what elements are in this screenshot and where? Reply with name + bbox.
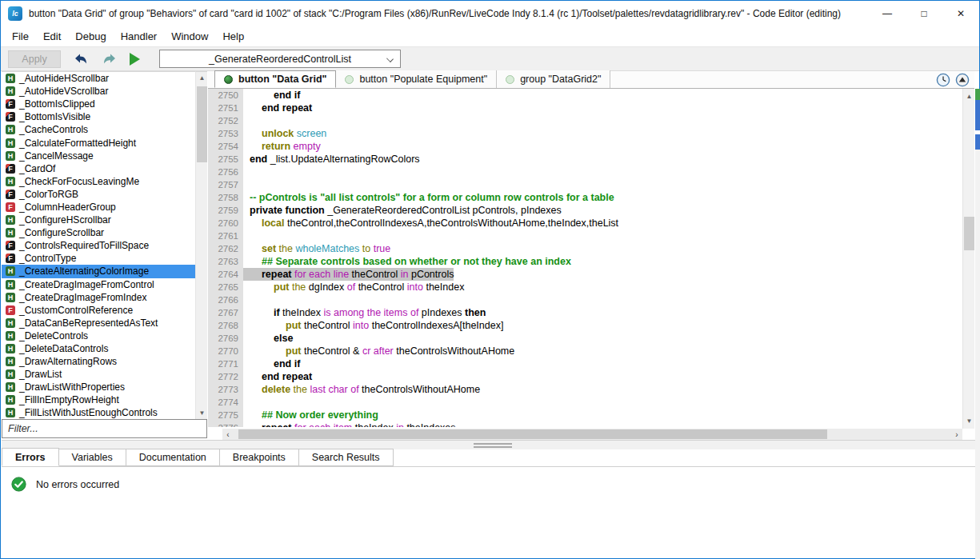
code-vertical-scrollbar[interactable]: ▲ ▼ [962, 89, 974, 429]
handler-list-item[interactable]: H_CalculateFormattedHeight [2, 136, 195, 149]
script-editor-area[interactable]: 2750end if2751end repeat27522753unlock s… [208, 89, 962, 427]
script-tab[interactable]: group "DataGrid2" [497, 70, 610, 88]
handler-filter-input[interactable] [8, 423, 206, 434]
line-number[interactable]: 2756 [208, 166, 243, 178]
line-number[interactable]: 2762 [208, 242, 243, 255]
code-line-text[interactable]: -- pControls is "all list controls" for … [243, 191, 614, 204]
line-number[interactable]: 2750 [208, 89, 243, 102]
code-line-text[interactable]: local theControl,theControlIndexesA,theC… [243, 217, 618, 230]
handler-selector-dropdown[interactable]: _GenerateReorderedControlList [159, 50, 401, 68]
line-number[interactable]: 2772 [208, 370, 243, 383]
line-number[interactable]: 2751 [208, 102, 243, 114]
line-number[interactable]: 2776 [208, 421, 243, 427]
navigate-up-icon[interactable] [955, 73, 970, 87]
handler-list-item[interactable]: H_DrawList [2, 368, 195, 381]
code-horizontal-scrollbar[interactable]: ‹ › [222, 429, 962, 440]
line-number[interactable]: 2758 [208, 191, 243, 204]
line-number[interactable]: 2768 [208, 319, 243, 332]
line-number[interactable]: 2765 [208, 281, 243, 293]
handler-list-item[interactable]: H_CreateDragImageFromControl [2, 278, 195, 291]
handler-list-item[interactable]: H_CacheControls [2, 123, 195, 136]
code-line-text[interactable]: return empty [243, 140, 321, 153]
line-number[interactable]: 2763 [208, 255, 243, 268]
handler-list-item[interactable]: H_FillInEmptyRowHeight [2, 393, 195, 406]
handler-list-item[interactable]: H_CreateDragImageFromIndex [2, 291, 195, 304]
line-number[interactable]: 2753 [208, 127, 243, 140]
code-line-text[interactable] [243, 114, 262, 127]
scrollbar-down-icon[interactable]: ▼ [963, 415, 975, 427]
code-line-text[interactable]: repeat for each item theIndex in theInde… [243, 421, 456, 427]
line-number[interactable]: 2766 [208, 293, 243, 306]
run-script-icon[interactable] [130, 53, 140, 66]
menu-item-debug[interactable]: Debug [68, 26, 113, 46]
line-number[interactable]: 2773 [208, 383, 243, 396]
code-line-text[interactable] [243, 293, 274, 306]
splitter-grip-handle[interactable] [474, 443, 512, 448]
handler-list-item[interactable]: F_ControlType [2, 252, 195, 265]
redo-icon[interactable] [101, 51, 118, 67]
line-number[interactable]: 2767 [208, 306, 243, 319]
history-clock-icon[interactable] [936, 73, 950, 87]
code-line-text[interactable]: delete the last char of theControlsWitho… [243, 383, 480, 396]
apply-button[interactable]: Apply [8, 50, 61, 68]
code-line-text[interactable] [243, 178, 250, 191]
maximize-button[interactable]: □ [906, 1, 942, 26]
handler-list-item[interactable]: H_ConfigureHScrollbar [2, 214, 195, 226]
handler-list-item[interactable]: F_BottomIsClipped [2, 98, 195, 110]
handler-list-item[interactable]: H_FillListWithJustEnoughControls [2, 406, 195, 419]
code-line-text[interactable]: put theControl & cr after theControlsWit… [243, 345, 514, 357]
code-line-text[interactable]: if theIndex is among the items of pIndex… [243, 306, 486, 319]
menu-item-help[interactable]: Help [215, 26, 251, 46]
menu-item-file[interactable]: File [5, 26, 36, 46]
vertical-scrollbar-thumb[interactable] [964, 217, 974, 250]
bottom-tab-documentation[interactable]: Documentation [126, 449, 220, 466]
line-number[interactable]: 2771 [208, 357, 243, 370]
handler-list-item[interactable]: F_CustomControlReference [2, 304, 195, 317]
script-tab[interactable]: button "Data Grid" [214, 70, 336, 88]
line-number[interactable]: 2774 [208, 396, 243, 409]
code-line-text[interactable] [243, 230, 262, 242]
handler-list-item[interactable]: H_DataCanBeRepresentedAsText [2, 317, 195, 329]
code-line-text[interactable]: ## Now order everything [243, 409, 378, 421]
handler-list-item[interactable]: F_ColumnHeaderGroup [2, 201, 195, 214]
line-number[interactable]: 2770 [208, 345, 243, 357]
handler-list-item[interactable]: F_ColorToRGB [2, 188, 195, 201]
scrollbar-up-icon[interactable]: ▲ [196, 72, 208, 84]
bottom-tab-breakpoints[interactable]: Breakpoints [220, 449, 299, 466]
code-line-text[interactable]: end repeat [243, 102, 312, 114]
line-number[interactable]: 2752 [208, 114, 243, 127]
handler-list-item[interactable]: H_DeleteControls [2, 329, 195, 342]
handler-list-item[interactable]: H_AutoHideHScrollbar [2, 72, 195, 85]
handler-list-item[interactable]: H_DeleteDataControls [2, 342, 195, 355]
line-number[interactable]: 2761 [208, 230, 243, 242]
line-number[interactable]: 2764 [208, 268, 243, 281]
code-line-text[interactable]: else [243, 332, 293, 345]
code-line-text[interactable]: unlock screen [243, 127, 326, 140]
horizontal-scrollbar-thumb[interactable] [238, 429, 827, 439]
code-line-text[interactable] [243, 166, 250, 178]
code-line-text[interactable]: end repeat [243, 370, 312, 383]
scroll-right-icon[interactable]: › [951, 429, 962, 440]
line-number[interactable]: 2769 [208, 332, 243, 345]
line-number[interactable]: 2760 [208, 217, 243, 230]
bottom-tab-errors[interactable]: Errors [2, 448, 59, 466]
code-line-text[interactable]: end _list.UpdateAlternatingRowColors [243, 153, 420, 166]
code-line-text[interactable]: put the dgIndex of theControl into theIn… [243, 281, 464, 293]
line-number[interactable]: 2759 [208, 204, 243, 217]
code-line-text[interactable]: repeat for each line theControl in pCont… [243, 268, 454, 281]
sidebar-scrollbar[interactable]: ▲ ▼ [195, 71, 207, 419]
code-line-text[interactable]: ## Separate controls based on whether or… [243, 255, 571, 268]
code-line-text[interactable]: end if [243, 89, 300, 102]
handler-list-item[interactable]: H_CancelMessage [2, 150, 195, 162]
code-line-text[interactable]: end if [243, 357, 300, 370]
close-button[interactable]: ✕ [942, 1, 979, 26]
line-number[interactable]: 2754 [208, 140, 243, 153]
handler-list-item[interactable]: F_CardOf [2, 162, 195, 175]
script-tab[interactable]: button "Populate Equipment" [336, 70, 497, 88]
undo-icon[interactable] [72, 51, 90, 67]
line-number[interactable]: 2775 [208, 409, 243, 421]
sidebar-scrollbar-thumb[interactable] [197, 86, 207, 162]
handler-list-item[interactable]: H_ConfigureScrollbar [2, 226, 195, 239]
code-line-text[interactable]: private function _GenerateReorderedContr… [243, 204, 562, 217]
handler-list-item[interactable]: H_DrawListWithProperties [2, 381, 195, 393]
